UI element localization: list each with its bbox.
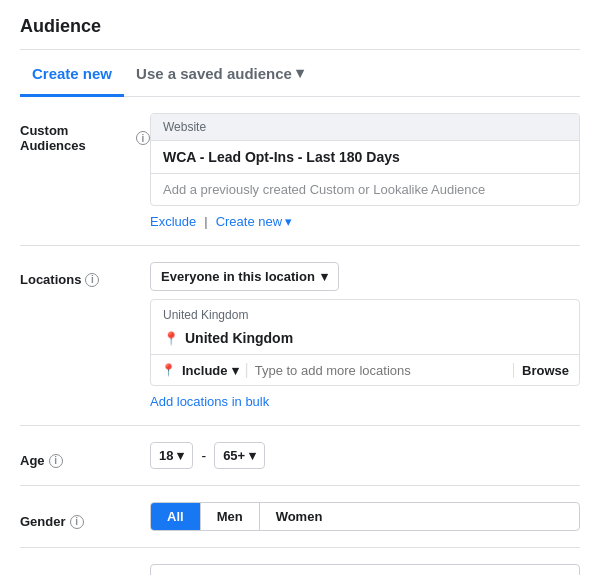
location-box-country-label: United Kingdom (151, 300, 579, 326)
age-label: Age i (20, 443, 150, 468)
gender-buttons-group: All Men Women (150, 502, 580, 531)
languages-content (150, 564, 580, 575)
gender-info-icon[interactable]: i (70, 515, 84, 529)
gender-section: Gender i All Men Women (20, 502, 580, 548)
exclude-link[interactable]: Exclude (150, 214, 196, 229)
locations-content: Everyone in this location ▾ United Kingd… (150, 262, 580, 409)
age-content: 18 ▾ - 65+ ▾ (150, 442, 580, 469)
custom-audiences-info-icon[interactable]: i (136, 131, 150, 145)
locations-info-icon[interactable]: i (85, 273, 99, 287)
age-dash: - (201, 448, 206, 464)
locations-section: Locations i Everyone in this location ▾ … (20, 262, 580, 426)
audiences-box-selected-item: WCA - Lead Opt-Ins - Last 180 Days (151, 141, 579, 173)
location-type-dropdown[interactable]: Everyone in this location ▾ (150, 262, 339, 291)
add-locations-bulk-link[interactable]: Add locations in bulk (150, 394, 269, 409)
exclude-create-row: Exclude | Create new ▾ (150, 214, 580, 229)
tabs-row: Create new Use a saved audience ▾ (20, 50, 580, 97)
pin-icon-small: 📍 (161, 363, 176, 377)
audiences-box-placeholder[interactable]: Add a previously created Custom or Looka… (151, 173, 579, 205)
locations-label: Locations i (20, 262, 150, 287)
browse-button[interactable]: Browse (513, 363, 569, 378)
age-info-icon[interactable]: i (49, 454, 63, 468)
location-box: United Kingdom 📍 United Kingdom 📍 Includ… (150, 299, 580, 386)
age-from-select[interactable]: 18 ▾ (150, 442, 193, 469)
location-search-input[interactable] (255, 363, 507, 378)
gender-women-button[interactable]: Women (260, 503, 339, 530)
location-box-country-item: 📍 United Kingdom (151, 326, 579, 354)
chevron-down-icon: ▾ (296, 64, 304, 82)
audience-panel: Audience Create new Use a saved audience… (0, 0, 600, 575)
languages-label: Languages i (20, 568, 150, 575)
age-to-select[interactable]: 65+ ▾ (214, 442, 265, 469)
chevron-down-icon-include: ▾ (232, 363, 239, 378)
age-section: Age i 18 ▾ - 65+ ▾ (20, 442, 580, 486)
location-input-row: 📍 Include ▾ | Browse (151, 354, 579, 385)
divider-pipe: | (204, 214, 207, 229)
tab-create-new[interactable]: Create new (20, 51, 124, 97)
input-divider: | (245, 361, 249, 379)
chevron-down-icon-age-from: ▾ (177, 448, 184, 463)
include-button[interactable]: Include ▾ (182, 363, 239, 378)
gender-all-button[interactable]: All (151, 503, 201, 530)
audiences-box-header: Website (151, 114, 579, 141)
custom-audiences-section: Custom Audiences i Website WCA - Lead Op… (20, 113, 580, 246)
audiences-box: Website WCA - Lead Opt-Ins - Last 180 Da… (150, 113, 580, 206)
chevron-down-icon-create: ▾ (285, 214, 292, 229)
create-new-link[interactable]: Create new ▾ (216, 214, 292, 229)
gender-men-button[interactable]: Men (201, 503, 260, 530)
age-select-group: 18 ▾ - 65+ ▾ (150, 442, 580, 469)
tab-use-saved[interactable]: Use a saved audience ▾ (124, 50, 316, 97)
page-title: Audience (20, 16, 580, 37)
chevron-down-icon-location: ▾ (321, 269, 328, 284)
languages-section: Languages i (20, 564, 580, 575)
gender-content: All Men Women (150, 502, 580, 531)
gender-label: Gender i (20, 504, 150, 529)
custom-audiences-label: Custom Audiences i (20, 113, 150, 153)
pin-icon: 📍 (163, 331, 179, 346)
language-input[interactable] (150, 564, 580, 575)
chevron-down-icon-age-to: ▾ (249, 448, 256, 463)
custom-audiences-content: Website WCA - Lead Opt-Ins - Last 180 Da… (150, 113, 580, 229)
